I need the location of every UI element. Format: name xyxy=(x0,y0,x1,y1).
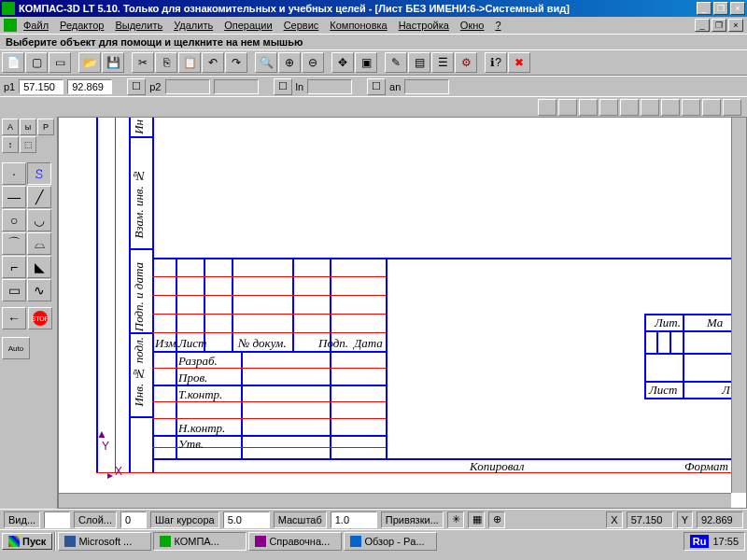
menu-operations[interactable]: Операции xyxy=(219,19,276,32)
p2-x-field[interactable] xyxy=(165,79,210,94)
snap-6-button[interactable] xyxy=(641,99,659,116)
snap-7-button[interactable] xyxy=(661,99,680,116)
snap-9-button[interactable] xyxy=(702,99,721,116)
menu-window[interactable]: Окно xyxy=(456,19,489,32)
snap-3-button[interactable] xyxy=(579,99,598,116)
menu-service[interactable]: Сервис xyxy=(279,19,324,32)
drawing-canvas[interactable]: Инв. № подл. Подп. и дата Взам. инв. № И… xyxy=(58,117,747,509)
cut-button[interactable]: ✂ xyxy=(132,52,154,73)
horizontal-scrollbar[interactable] xyxy=(59,493,731,508)
close-button[interactable]: × xyxy=(730,2,745,15)
language-indicator[interactable]: Ru xyxy=(690,535,710,548)
an-toggle[interactable]: ☐ xyxy=(367,78,386,95)
point-tool[interactable]: · xyxy=(2,162,26,185)
p2-y-field[interactable] xyxy=(214,79,259,94)
view-button[interactable]: Вид... xyxy=(4,511,40,528)
open-button[interactable]: 📂 xyxy=(78,52,101,73)
mdi-close-button[interactable]: × xyxy=(728,19,743,32)
step-field[interactable]: 5.0 xyxy=(223,511,270,528)
zoom-out-button[interactable]: ⊖ xyxy=(302,52,324,73)
save-button[interactable]: 💾 xyxy=(102,52,124,73)
p1-y-field[interactable]: 92.869 xyxy=(67,79,112,94)
new-drawing-button[interactable]: 📄 xyxy=(2,52,24,73)
context-help-button[interactable]: ℹ? xyxy=(485,52,507,73)
back-tool[interactable]: ← xyxy=(2,307,26,329)
an-field[interactable] xyxy=(404,79,449,94)
view-field[interactable] xyxy=(44,511,70,528)
maximize-button[interactable]: ❐ xyxy=(713,2,728,15)
task-browser[interactable]: Обзор - Pa... xyxy=(344,532,437,551)
undo-button[interactable]: ↶ xyxy=(202,52,224,73)
close-doc-button[interactable]: ✖ xyxy=(508,52,530,73)
properties-button[interactable]: ▤ xyxy=(408,52,430,73)
task-word[interactable]: Microsoft ... xyxy=(58,532,151,551)
copy-button[interactable]: ⎘ xyxy=(155,52,177,73)
snap-2-button[interactable] xyxy=(558,99,577,116)
fillet-tool[interactable]: ⌐ xyxy=(2,256,26,278)
p1-x-field[interactable]: 57.150 xyxy=(19,79,63,94)
layer-field[interactable]: 0 xyxy=(120,511,147,528)
menu-editor[interactable]: Редактор xyxy=(55,19,108,32)
arc-tool[interactable]: ⌒ xyxy=(2,232,26,255)
pan-button[interactable]: ✥ xyxy=(331,52,354,73)
vertical-scrollbar[interactable] xyxy=(731,118,746,493)
snaps-button[interactable]: Привязки... xyxy=(381,511,444,528)
redo-button[interactable]: ↷ xyxy=(225,52,247,73)
fit-button[interactable]: ▣ xyxy=(355,52,377,73)
style-a-button[interactable]: A xyxy=(2,119,19,135)
layers-button[interactable]: ☰ xyxy=(431,52,454,73)
rect-tool[interactable]: ▭ xyxy=(2,279,26,301)
mdi-minimize-button[interactable]: _ xyxy=(695,19,710,32)
chamfer-tool[interactable]: ◣ xyxy=(27,256,51,278)
menu-help[interactable]: ? xyxy=(490,19,505,32)
scale-field[interactable]: 1.0 xyxy=(331,511,377,528)
variables-button[interactable]: ⚙ xyxy=(455,52,477,73)
linetype-button[interactable]: ↕ xyxy=(2,136,19,153)
polyline-tool[interactable]: ∿ xyxy=(27,279,51,301)
ln-toggle[interactable]: ☐ xyxy=(274,78,292,95)
menu-app-icon[interactable] xyxy=(4,19,17,32)
snap-1-button[interactable] xyxy=(538,99,557,116)
an-label: an xyxy=(389,81,401,92)
auto-button[interactable]: Auto xyxy=(2,337,30,359)
arc-center-tool[interactable]: ◡ xyxy=(27,209,51,231)
snap-4-button[interactable] xyxy=(599,99,618,116)
mdi-restore-button[interactable]: ❐ xyxy=(712,19,726,32)
minimize-button[interactable]: _ xyxy=(697,2,712,15)
menu-file[interactable]: Файл xyxy=(19,19,53,32)
paste-button[interactable]: 📋 xyxy=(178,52,201,73)
clock[interactable]: 17:55 xyxy=(712,536,739,547)
hline-tool[interactable]: — xyxy=(2,186,26,208)
task-help[interactable]: Справочна... xyxy=(248,532,342,551)
style-c-button[interactable]: Р xyxy=(37,119,54,135)
stamp-inv-podl: Инв. № подл. xyxy=(132,337,147,407)
layer-button[interactable]: Слой... xyxy=(74,511,117,528)
p2-toggle[interactable]: ☐ xyxy=(127,78,146,95)
menu-settings[interactable]: Настройка xyxy=(394,19,454,32)
contour-tool[interactable]: 𝚂 xyxy=(27,162,51,185)
redraw-button[interactable]: ✎ xyxy=(385,52,407,73)
style-b-button[interactable]: ы xyxy=(20,119,36,135)
snap-icon-2[interactable]: ▦ xyxy=(468,511,485,528)
zoom-button[interactable]: 🔍 xyxy=(255,52,277,73)
zoom-in-button[interactable]: ⊕ xyxy=(278,52,301,73)
snap-10-button[interactable] xyxy=(723,99,741,116)
menu-layout[interactable]: Компоновка xyxy=(325,19,391,32)
menu-delete[interactable]: Удалить xyxy=(169,19,218,32)
linetype2-button[interactable]: ⬚ xyxy=(20,136,36,153)
snap-5-button[interactable] xyxy=(620,99,639,116)
line-tool[interactable]: ╱ xyxy=(27,186,51,208)
stop-button[interactable]: STOP xyxy=(28,307,52,329)
ln-field[interactable] xyxy=(307,79,352,94)
windows-icon xyxy=(8,536,20,547)
snap-icon-1[interactable]: ✳ xyxy=(447,511,464,528)
start-button[interactable]: Пуск xyxy=(2,533,52,550)
new-fragment-button[interactable]: ▢ xyxy=(25,52,48,73)
task-kompas[interactable]: КОМПА... xyxy=(153,532,247,551)
snap-icon-3[interactable]: ⊕ xyxy=(488,511,505,528)
new-detail-button[interactable]: ▭ xyxy=(49,52,71,73)
circle-tool[interactable]: ○ xyxy=(2,209,26,231)
menu-select[interactable]: Выделить xyxy=(110,19,167,32)
arc2-tool[interactable]: ⌓ xyxy=(27,232,51,255)
snap-8-button[interactable] xyxy=(682,99,700,116)
